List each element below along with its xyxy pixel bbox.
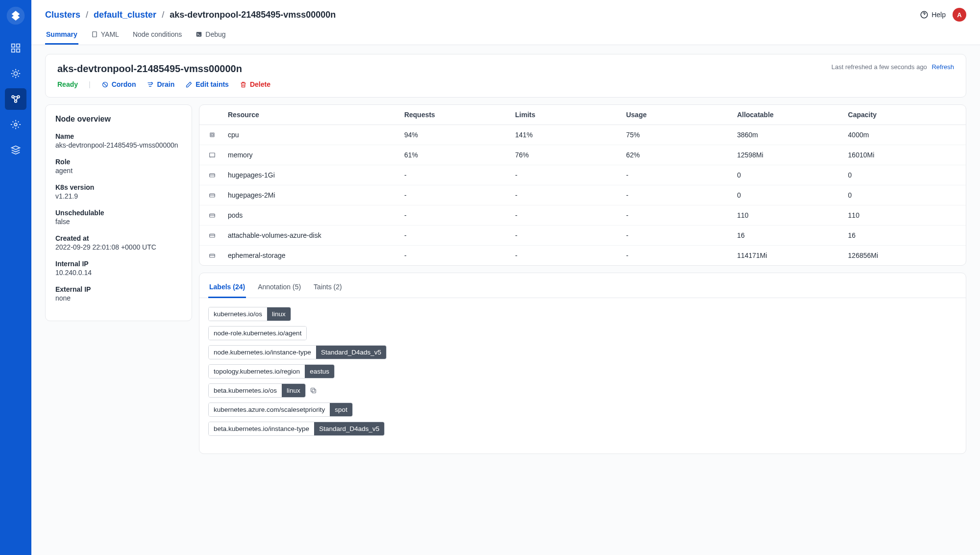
- svg-rect-1: [12, 44, 15, 47]
- svg-rect-12: [196, 32, 202, 36]
- label-key: topology.kubernetes.io/region: [209, 365, 305, 378]
- label-key: node-role.kubernetes.io/agent: [209, 327, 306, 340]
- resource-name: hugepages-1Gi: [228, 171, 402, 179]
- label-pill: node-role.kubernetes.io/agent: [208, 326, 307, 340]
- label-value: Standard_D4ads_v5: [314, 422, 384, 435]
- svg-rect-16: [210, 153, 215, 157]
- nav-cluster-icon[interactable]: [5, 88, 26, 110]
- label-value: spot: [330, 403, 352, 416]
- label-value: Standard_D4ads_v5: [316, 346, 386, 359]
- label-value: linux: [267, 307, 291, 321]
- resource-table: Resource Requests Limits Usage Allocatab…: [199, 104, 966, 266]
- terminal-icon: [196, 31, 202, 38]
- label-key: node.kubernetes.io/instance-type: [209, 346, 316, 359]
- delete-button[interactable]: Delete: [240, 80, 270, 88]
- overview-unschedulable: false: [55, 218, 182, 226]
- cordon-button[interactable]: Cordon: [101, 80, 136, 88]
- svg-rect-4: [17, 49, 20, 52]
- breadcrumb-clusters[interactable]: Clusters: [45, 10, 80, 20]
- resource-row: attachable-volumes-azure-disk---1616: [199, 226, 966, 246]
- tab-summary[interactable]: Summary: [45, 25, 78, 45]
- breadcrumb-node-name: aks-devtronpool-21485495-vmss00000n: [170, 10, 336, 20]
- breadcrumb-cluster-name[interactable]: default_cluster: [94, 10, 156, 20]
- brand-logo: [6, 6, 25, 25]
- overview-created-at: 2022-09-29 22:01:08 +0000 UTC: [55, 243, 182, 251]
- edit-icon: [185, 81, 193, 88]
- label-key: beta.kubernetes.io/instance-type: [209, 422, 314, 435]
- label-pill: beta.kubernetes.io/instance-typeStandard…: [208, 422, 385, 436]
- svg-rect-23: [311, 388, 315, 392]
- resource-row: ephemeral-storage---114171Mi126856Mi: [199, 246, 966, 265]
- label-pill: kubernetes.io/oslinux: [208, 307, 291, 321]
- overview-external-ip: none: [55, 294, 182, 302]
- svg-point-9: [14, 123, 17, 126]
- svg-rect-14: [210, 133, 214, 137]
- resource-table-header: Resource Requests Limits Usage Allocatab…: [199, 105, 966, 125]
- trash-icon: [240, 81, 247, 88]
- resource-row: pods---110110: [199, 205, 966, 226]
- resource-icon: [208, 131, 226, 139]
- label-pill: beta.kubernetes.io/oslinux: [208, 383, 306, 398]
- nav-settings-icon[interactable]: [5, 114, 26, 135]
- overview-role: agent: [55, 167, 182, 175]
- resource-icon: [208, 151, 226, 159]
- last-refreshed-text: Last refreshed a few seconds ago Refresh: [832, 63, 954, 71]
- drain-button[interactable]: Drain: [147, 80, 174, 88]
- avatar[interactable]: A: [953, 8, 966, 22]
- resource-row: hugepages-2Mi---00: [199, 185, 966, 205]
- svg-rect-20: [210, 234, 215, 237]
- resource-row: hugepages-1Gi---00: [199, 165, 966, 185]
- help-link[interactable]: Help: [920, 10, 946, 19]
- svg-rect-18: [210, 194, 215, 197]
- nav-helm-icon[interactable]: [5, 63, 26, 84]
- label-pill: node.kubernetes.io/instance-typeStandard…: [208, 345, 387, 359]
- label-pill: topology.kubernetes.io/regioneastus: [208, 364, 335, 378]
- label-value: eastus: [305, 365, 334, 378]
- resource-name: memory: [228, 151, 402, 159]
- resource-icon: [208, 171, 226, 179]
- breadcrumb: Clusters / default_cluster / aks-devtron…: [45, 10, 336, 20]
- label-key: kubernetes.io/os: [209, 307, 267, 321]
- help-icon: [920, 10, 929, 19]
- resource-icon: [208, 191, 226, 199]
- sidebar-nav: [0, 0, 31, 555]
- subtabs: Summary YAML Node conditions Debug: [45, 25, 966, 45]
- label-pill: kubernetes.azure.com/scalesetpriorityspo…: [208, 403, 353, 417]
- tab-taints[interactable]: Taints (2): [313, 280, 343, 298]
- svg-rect-2: [17, 44, 20, 47]
- tab-yaml[interactable]: YAML: [90, 25, 120, 45]
- document-icon: [91, 31, 98, 38]
- svg-point-7: [17, 96, 20, 98]
- svg-rect-22: [312, 389, 316, 393]
- refresh-link[interactable]: Refresh: [931, 63, 954, 71]
- drain-icon: [147, 81, 154, 88]
- overview-k8s-version: v1.21.9: [55, 192, 182, 200]
- nav-apps-icon[interactable]: [5, 37, 26, 59]
- resource-name: attachable-volumes-azure-disk: [228, 231, 402, 239]
- copy-icon[interactable]: [310, 387, 317, 394]
- svg-rect-19: [210, 214, 215, 217]
- resource-row: cpu94%141%75%3860m4000m: [199, 125, 966, 145]
- resource-icon: [208, 211, 226, 219]
- svg-point-6: [12, 96, 14, 98]
- svg-rect-3: [12, 49, 15, 52]
- overview-heading: Node overview: [55, 115, 182, 124]
- node-title: aks-devtronpool-21485495-vmss00000n: [57, 63, 242, 75]
- nav-stack-icon[interactable]: [5, 139, 26, 161]
- resource-icon: [208, 231, 226, 239]
- tab-debug[interactable]: Debug: [195, 25, 226, 45]
- edit-taints-button[interactable]: Edit taints: [185, 80, 229, 88]
- overview-internal-ip: 10.240.0.14: [55, 269, 182, 277]
- labels-card: Labels (24) Annotation (5) Taints (2) ku…: [199, 273, 966, 454]
- cordon-icon: [101, 81, 109, 88]
- resource-name: pods: [228, 211, 402, 219]
- resource-icon: [208, 252, 226, 259]
- tab-labels[interactable]: Labels (24): [208, 280, 246, 298]
- node-overview-card: Node overview Nameaks-devtronpool-214854…: [45, 104, 192, 321]
- tab-node-conditions[interactable]: Node conditions: [132, 25, 183, 45]
- tab-annotations[interactable]: Annotation (5): [257, 280, 302, 298]
- resource-name: cpu: [228, 131, 402, 139]
- svg-rect-21: [210, 254, 215, 257]
- topbar: Clusters / default_cluster / aks-devtron…: [31, 0, 980, 45]
- resource-name: ephemeral-storage: [228, 252, 402, 259]
